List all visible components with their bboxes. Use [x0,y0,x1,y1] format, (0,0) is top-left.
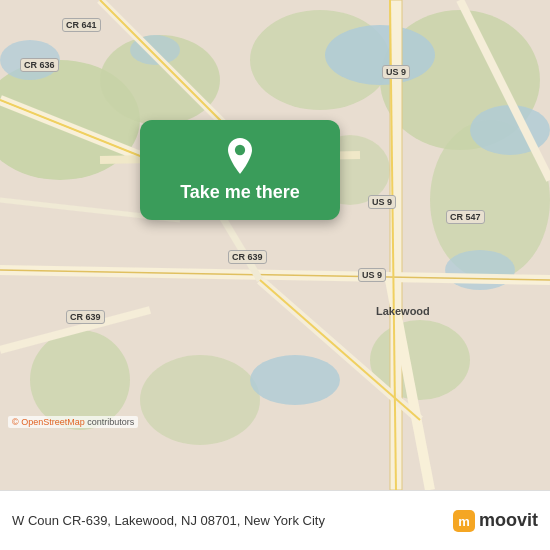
road-label-cr641: CR 641 [62,18,101,32]
moovit-icon: m [453,510,475,532]
svg-text:m: m [458,514,470,529]
svg-point-10 [325,25,435,85]
road-label-us9-2: US 9 [368,195,396,209]
osm-credit: © OpenStreetMap contributors [8,416,138,428]
svg-point-8 [30,330,130,430]
svg-point-33 [235,145,245,155]
road-label-us9-3: US 9 [358,268,386,282]
lakewood-label: Lakewood [376,305,430,317]
road-label-cr639-1: CR 639 [228,250,267,264]
moovit-logo: m moovit [453,510,538,532]
svg-point-13 [250,355,340,405]
bottom-bar: W Coun CR-639, Lakewood, NJ 08701, New Y… [0,490,550,550]
road-label-cr636: CR 636 [20,58,59,72]
take-me-there-button[interactable]: Take me there [140,120,340,220]
svg-point-7 [140,355,260,445]
road-label-us9-1: US 9 [382,65,410,79]
address-text: W Coun CR-639, Lakewood, NJ 08701, New Y… [12,513,453,528]
take-me-there-label: Take me there [180,182,300,204]
moovit-text: moovit [479,510,538,531]
road-label-cr639-2: CR 639 [66,310,105,324]
road-label-cr547: CR 547 [446,210,485,224]
location-pin-icon [222,138,258,174]
map-container: CR 641 CR 636 CR 526 US 9 US 9 US 9 CR 6… [0,0,550,490]
